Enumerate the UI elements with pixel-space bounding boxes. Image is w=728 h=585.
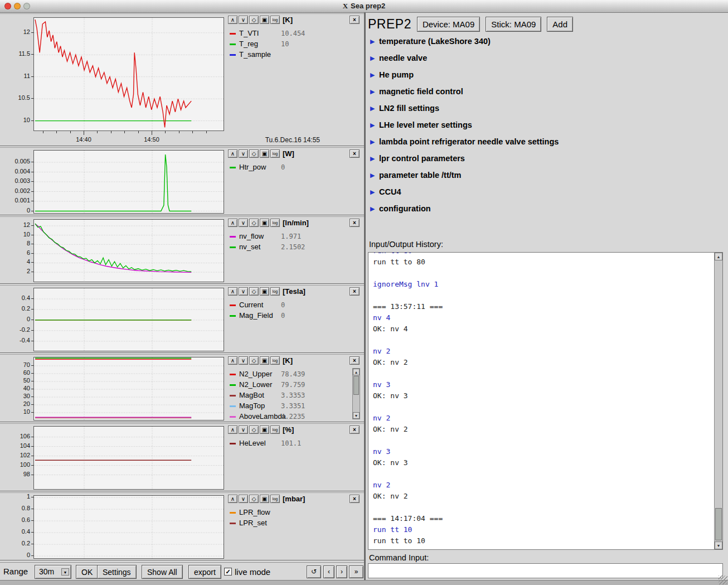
refresh-button[interactable]: ↺	[307, 565, 321, 578]
scroll-down-button[interactable]: ▼	[353, 412, 360, 419]
scroll-down-button[interactable]: ▼	[715, 542, 722, 549]
y-axis-tick-label: 10	[0, 408, 30, 415]
autoscale-button[interactable]: ◇	[249, 495, 259, 503]
scroll-up-button[interactable]: ∧	[228, 219, 237, 227]
overlay-button[interactable]: ▣	[260, 219, 269, 227]
console-line: run tt 80	[373, 252, 710, 257]
log-scale-button[interactable]: log	[270, 219, 280, 227]
overlay-button[interactable]: ▣	[260, 495, 269, 503]
close-chart-button[interactable]: ×	[350, 495, 360, 503]
scrollbar-thumb[interactable]	[715, 508, 722, 541]
range-select[interactable]: 30m ▼	[35, 565, 71, 579]
device-button[interactable]: Device: MA09	[417, 17, 480, 32]
close-chart-button[interactable]: ×	[350, 219, 360, 227]
chart-plot[interactable]	[33, 495, 224, 559]
scroll-down-button[interactable]: ∨	[239, 16, 248, 24]
range-label: Range	[3, 567, 28, 576]
scroll-down-button[interactable]: ∨	[239, 495, 248, 503]
io-history-console[interactable]: run tt 80run tt to 80 ignoreMsg lnv 1 ==…	[368, 252, 723, 550]
overlay-button[interactable]: ▣	[260, 16, 269, 24]
overlay-button[interactable]: ▣	[260, 287, 269, 296]
y-axis-tick-label: 11.5	[0, 50, 30, 57]
scroll-up-button[interactable]: ∧	[228, 495, 237, 503]
close-chart-button[interactable]: ×	[350, 287, 360, 296]
overlay-button[interactable]: ▣	[260, 149, 269, 158]
zoom-window-button[interactable]	[23, 3, 30, 9]
autoscale-button[interactable]: ◇	[249, 149, 259, 158]
section-temperature-lakeshore-340[interactable]: ▶temperature (LakeShore 340)	[369, 35, 726, 50]
resize-grip[interactable]	[719, 576, 727, 584]
scrollbar-thumb[interactable]	[353, 376, 359, 395]
overlay-button[interactable]: ▣	[260, 356, 269, 365]
close-chart-button[interactable]: ×	[350, 149, 360, 158]
console-scrollbar[interactable]: ▲ ▼	[714, 253, 722, 549]
chart-plot[interactable]	[33, 17, 224, 131]
y-axis-tick-label: 1	[0, 493, 30, 500]
scroll-up-button[interactable]: ▲	[353, 369, 360, 375]
scroll-up-button[interactable]: ∧	[228, 426, 237, 434]
scroll-down-button[interactable]: ∨	[239, 219, 248, 227]
chart-plot[interactable]	[33, 426, 224, 490]
export-button[interactable]: export	[188, 565, 221, 579]
chart-legend: ∧∨◇▣log[K]×N2_Upper78.439N2_Lower79.759M…	[226, 355, 363, 423]
section-lpr-control-parameters[interactable]: ▶lpr control parameters	[369, 152, 726, 167]
section-he-pump[interactable]: ▶He pump	[369, 68, 726, 84]
command-input[interactable]	[368, 563, 723, 578]
close-window-button[interactable]	[4, 3, 11, 9]
legend-row: T_sample	[227, 50, 361, 60]
close-chart-button[interactable]: ×	[350, 356, 360, 365]
scroll-down-button[interactable]: ∨	[239, 356, 248, 365]
legend-scrollbar[interactable]: ▲▼	[352, 368, 360, 419]
chart-plot[interactable]	[33, 288, 224, 351]
log-scale-button[interactable]: log	[270, 287, 280, 296]
scroll-up-button[interactable]: ∧	[228, 287, 237, 296]
section-lhe-level-meter-settings[interactable]: ▶LHe level meter settings	[369, 118, 726, 134]
section-magnetic-field-control[interactable]: ▶magnetic field control	[369, 85, 726, 100]
log-scale-button[interactable]: log	[270, 356, 280, 365]
section-ln2-fill-settings[interactable]: ▶LN2 fill settings	[369, 101, 726, 117]
close-chart-button[interactable]: ×	[350, 426, 360, 434]
autoscale-button[interactable]: ◇	[249, 356, 259, 365]
legend-name: Htr_pow	[239, 163, 266, 171]
jump-to-now-button[interactable]: »	[349, 565, 363, 578]
close-chart-button[interactable]: ×	[350, 16, 360, 24]
scroll-down-button[interactable]: ∨	[239, 149, 248, 158]
page-left-button[interactable]: ‹	[323, 565, 334, 578]
overlay-button[interactable]: ▣	[260, 426, 269, 434]
chart-panel-6: 10610410210098∧∨◇▣log[%]×HeLevel101.1	[0, 423, 364, 491]
chart-plot[interactable]	[33, 219, 224, 282]
scroll-up-button[interactable]: ▲	[715, 253, 722, 260]
titlebar[interactable]: XSea prep2	[0, 0, 728, 13]
add-button[interactable]: Add	[547, 17, 573, 32]
minimize-window-button[interactable]	[14, 3, 21, 9]
scroll-down-button[interactable]: ∨	[239, 287, 248, 296]
section-configuration[interactable]: ▶configuration	[369, 202, 726, 217]
show-all-button[interactable]: Show All	[142, 565, 183, 579]
autoscale-button[interactable]: ◇	[249, 219, 259, 227]
scroll-up-button[interactable]: ∧	[228, 16, 237, 24]
autoscale-button[interactable]: ◇	[249, 426, 259, 434]
page-right-button[interactable]: ›	[336, 565, 347, 578]
chart-plot[interactable]	[33, 150, 224, 214]
section-needle-valve[interactable]: ▶needle valve	[369, 51, 726, 67]
section-label: LHe level meter settings	[379, 120, 472, 129]
log-scale-button[interactable]: log	[270, 149, 280, 158]
scroll-up-button[interactable]: ∧	[228, 356, 237, 365]
section-ccu4[interactable]: ▶CCU4	[369, 185, 726, 201]
settings-button[interactable]: Settings	[97, 565, 137, 579]
section-parameter-table-tt-tm[interactable]: ▶parameter table /tt/tm	[369, 168, 726, 184]
ok-button[interactable]: OK	[76, 565, 98, 579]
legend-swatch	[230, 315, 236, 317]
log-scale-button[interactable]: log	[270, 16, 280, 24]
autoscale-button[interactable]: ◇	[249, 287, 259, 296]
section-lambda-point-refrigerator-needle-valve-settings[interactable]: ▶lambda point refrigerator needle valve …	[369, 135, 726, 151]
scroll-up-button[interactable]: ∧	[228, 149, 237, 158]
scroll-down-button[interactable]: ∨	[239, 426, 248, 434]
live-mode-checkbox[interactable]: ✓	[224, 568, 232, 576]
log-scale-button[interactable]: log	[270, 495, 280, 503]
stick-button[interactable]: Stick: MA09	[486, 17, 541, 32]
chart-plot[interactable]	[33, 357, 224, 420]
autoscale-button[interactable]: ◇	[249, 16, 259, 24]
log-scale-button[interactable]: log	[270, 426, 280, 434]
console-line	[373, 368, 710, 379]
